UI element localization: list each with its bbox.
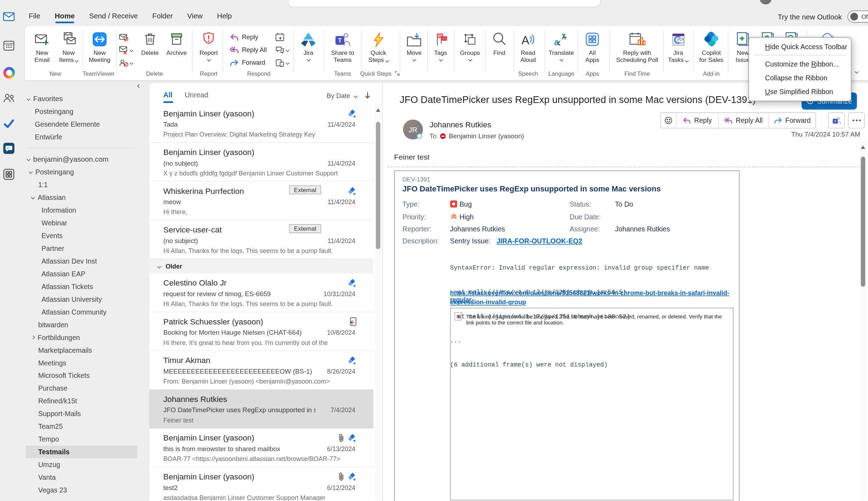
sidebar-header-favorites[interactable]: Favorites: [26, 92, 137, 105]
tags-button[interactable]: Tags: [430, 29, 452, 61]
recipient-name[interactable]: Benjamin Linser (yasoon): [449, 132, 524, 140]
list-item[interactable]: Celestino Olalo Jr request for review cf…: [149, 273, 373, 312]
rail-calendar-icon[interactable]: [2, 39, 16, 52]
quick-steps-dialog-launcher[interactable]: [395, 71, 399, 76]
reading-scrollbar-thumb[interactable]: [861, 157, 866, 287]
reading-scrollbar[interactable]: [860, 141, 866, 501]
list-item-selected[interactable]: Johannes Rutkies JFO DateTimePicker uses…: [149, 390, 373, 428]
list-item[interactable]: Patrick Schuessler (yasoon) Booking for …: [149, 312, 373, 351]
sidebar-item-meetings[interactable]: Meetings: [26, 356, 137, 369]
menu-item-collapse-ribbon[interactable]: Collapse the Ribbon: [749, 71, 851, 85]
rail-mail-icon[interactable]: [2, 10, 16, 23]
stackoverflow-link-wrap[interactable]: expression-invalid-group: [450, 299, 526, 306]
list-item[interactable]: Benjamin Linser (yasoon) test2 asdasdads…: [149, 467, 373, 501]
reply-all-button[interactable]: Reply All: [230, 44, 266, 55]
delete-button[interactable]: Delete: [138, 29, 162, 57]
sidebar-item-atlassian-dev-inst[interactable]: Atlassian Dev Inst: [26, 255, 137, 267]
move-button[interactable]: Move: [402, 29, 426, 61]
sidebar-item-fortbildungen[interactable]: Fortbildungen: [26, 331, 137, 344]
new-items-button[interactable]: New Items: [56, 29, 81, 64]
sidebar-item-atlassian[interactable]: Atlassian: [26, 191, 137, 204]
sidebar-item-bitwarden[interactable]: bitwarden: [26, 318, 137, 331]
ignore-button[interactable]: [119, 31, 128, 42]
sidebar-item-vanta[interactable]: Vanta: [26, 471, 137, 484]
sidebar-item-entwuerfe[interactable]: Entwürfe: [26, 131, 137, 143]
rail-copilot-icon[interactable]: [2, 66, 16, 79]
sidebar-item-vegas-23[interactable]: Vegas 23: [26, 484, 137, 496]
jira-button[interactable]: Jira: [297, 29, 320, 61]
tab-unread[interactable]: Unread: [185, 91, 208, 99]
menu-help[interactable]: Help: [217, 12, 232, 20]
sidebar-item-marketplacemails[interactable]: Marketplacemails: [26, 344, 137, 356]
sort-by-date[interactable]: By Date: [327, 92, 357, 100]
sweep-button[interactable]: [119, 44, 133, 55]
list-item[interactable]: Whiskerina Purrfection External meow Hi …: [149, 182, 373, 220]
tab-all[interactable]: All: [163, 91, 173, 99]
menu-item-customize-ribbon[interactable]: Customize the Ribbon...: [749, 57, 851, 71]
chat-reply-button[interactable]: [275, 44, 289, 55]
sidebar-item-testmails[interactable]: Testmails: [26, 445, 137, 458]
read-aloud-button[interactable]: A Read Aloud: [516, 29, 540, 64]
reply-other-device-button[interactable]: [275, 57, 289, 68]
groups-button[interactable]: Groups: [456, 29, 484, 61]
sidebar-item-information[interactable]: Information: [26, 204, 137, 217]
quick-steps-button[interactable]: Quick Steps: [363, 29, 393, 64]
list-item[interactable]: Benjamin Linser (yasoon) (no subject) X …: [149, 143, 373, 182]
copilot-for-sales-button[interactable]: Copilot for Sales: [696, 29, 727, 64]
search-box-remnant[interactable]: [288, 0, 600, 7]
forward-button-pane[interactable]: Forward: [768, 113, 815, 128]
sidebar-item-atlassian-tickets[interactable]: Atlassian Tickets: [26, 280, 137, 293]
new-email-button[interactable]: New Email: [29, 29, 55, 64]
rail-viva-engage-icon[interactable]: [2, 142, 16, 155]
share-to-teams-button[interactable]: T Share to Teams: [326, 29, 359, 64]
report-button[interactable]: Report: [194, 29, 223, 61]
menu-view[interactable]: View: [187, 12, 203, 20]
sidebar-item-posteingang[interactable]: Posteingang: [26, 166, 137, 178]
list-item[interactable]: Timur Akman MEEEEEEEEEEEEEEEEEEEEEEEEEOW…: [149, 351, 373, 390]
reply-button[interactable]: Reply: [230, 31, 258, 42]
menu-item-hide-quick-access[interactable]: Hide Quick Access Toolbar: [749, 40, 851, 54]
meeting-reply-button[interactable]: [275, 31, 285, 42]
list-scrollbar-thumb[interactable]: [376, 122, 380, 249]
sidebar-item-1-1[interactable]: 1:1: [26, 178, 137, 191]
rail-apps-icon[interactable]: [2, 168, 16, 181]
share-to-teams-button-pane[interactable]: T: [828, 113, 845, 128]
new-outlook-toggle[interactable]: Off: [847, 11, 868, 23]
all-apps-button[interactable]: All Apps: [580, 29, 605, 64]
scheduling-poll-button[interactable]: Reply with Scheduling Poll: [612, 29, 663, 64]
menu-file[interactable]: File: [29, 12, 40, 20]
sidebar-item-gesendete[interactable]: Gesendete Elemente: [26, 118, 137, 131]
sidebar-item-microsoft-tickets[interactable]: Microsoft Tickets: [26, 369, 137, 382]
menu-item-use-simplified-ribbon[interactable]: Use Simplified Ribbon: [749, 85, 851, 98]
forward-button[interactable]: Forward: [230, 57, 265, 68]
collapse-ribbon-chevron[interactable]: [855, 70, 858, 74]
sidebar-item-team25[interactable]: Team25: [26, 420, 137, 433]
list-item[interactable]: Benjamin Linser (yasoon) Tada Project Pl…: [149, 104, 373, 143]
collapse-sidebar-icon[interactable]: [137, 84, 141, 88]
menu-folder[interactable]: Folder: [153, 12, 173, 20]
reply-all-button-pane[interactable]: Reply All: [718, 113, 768, 128]
new-meeting-button[interactable]: New Meeting: [84, 29, 115, 64]
list-item[interactable]: Benjamin Linser (yasoon) this is from me…: [149, 428, 373, 467]
archive-button[interactable]: Archive: [163, 29, 190, 57]
junk-button[interactable]: [119, 57, 133, 68]
sidebar-header-account[interactable]: benjamin@yasoon.com: [26, 153, 137, 166]
sidebar-item-posteingang-fav[interactable]: Posteingang: [26, 105, 137, 118]
sidebar-item-support-mails[interactable]: Support-Mails: [26, 407, 137, 420]
find-button[interactable]: Find: [487, 29, 512, 57]
sidebar-item-partner[interactable]: Partner: [26, 242, 137, 255]
group-header-older[interactable]: Older: [149, 259, 373, 273]
sidebar-item-atlassian-eap[interactable]: Atlassian EAP: [26, 267, 137, 280]
sidebar-item-events[interactable]: Events: [26, 229, 137, 242]
sidebar-item-atlassian-community[interactable]: Atlassian Community: [26, 306, 137, 318]
sort-direction-icon[interactable]: [364, 92, 371, 99]
sidebar-item-webinar[interactable]: Webinar: [26, 217, 137, 229]
list-item[interactable]: Service-user-cat External (no subject) H…: [149, 220, 373, 259]
sentry-issue-link[interactable]: JIRA-FOR-OUTLOOK-EQ2: [496, 237, 582, 245]
rail-todo-icon[interactable]: [2, 117, 16, 130]
account-avatar[interactable]: [759, 0, 771, 5]
sidebar-item-tempo[interactable]: Tempo: [26, 433, 137, 445]
translate-button[interactable]: a Translate: [547, 29, 575, 61]
sidebar-item-refined-k15t[interactable]: Refined/k15t: [26, 395, 137, 407]
reactions-button[interactable]: [661, 113, 676, 128]
